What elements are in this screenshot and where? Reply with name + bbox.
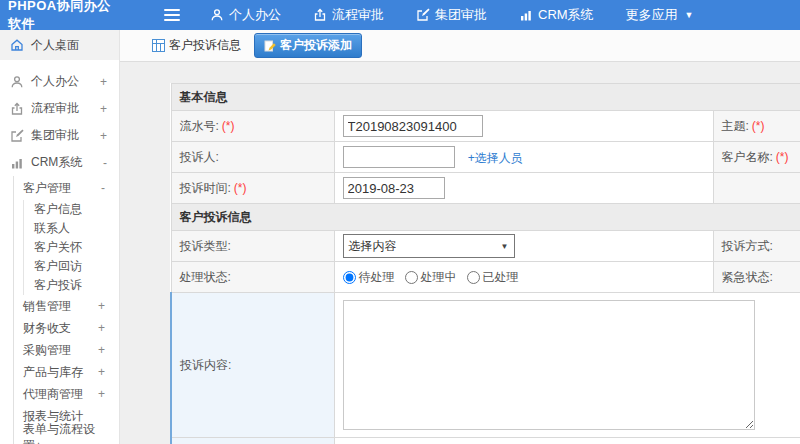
tab-complaint-list[interactable]: 客户投诉信息 xyxy=(152,37,241,54)
complaint-type-label: 投诉类型: xyxy=(171,231,334,262)
edit-page-icon xyxy=(264,40,276,52)
caret-down-icon: ▼ xyxy=(501,242,509,251)
complainant-label: 投诉人: xyxy=(171,142,334,173)
sidebar-item-customer-mgmt[interactable]: 客户管理 - xyxy=(14,176,119,200)
customer-name-label: 客户名称:(*) xyxy=(713,142,800,173)
complaint-time-input[interactable] xyxy=(343,177,445,199)
nav-crm-system[interactable]: CRM系统 xyxy=(519,6,594,24)
serial-input[interactable] xyxy=(343,115,483,137)
radio-processing-input[interactable] xyxy=(405,271,418,284)
complaint-time-label: 投诉时间:(*) xyxy=(171,173,334,204)
required-mark: (*) xyxy=(752,119,765,133)
workflow-icon xyxy=(313,8,327,22)
sidebar-item-group-approval[interactable]: 集团审批 + xyxy=(0,122,119,149)
expand-icon[interactable]: + xyxy=(98,321,105,335)
handle-status-radios: 待处理 处理中 已处理 xyxy=(343,269,705,286)
required-mark: (*) xyxy=(776,150,789,164)
radio-processed-input[interactable] xyxy=(467,271,480,284)
sidebar-item-personal-office[interactable]: 个人办公 + xyxy=(0,68,119,95)
form-content: 基本信息 流水号:(*) 主题:(*) 投诉人: xyxy=(120,62,800,444)
sidebar-item-form-flow-settings[interactable]: 表单与流程设置+ xyxy=(14,427,119,444)
sidebar-item-crm-system[interactable]: CRM系统 - xyxy=(0,149,119,176)
tab-complaint-add[interactable]: 客户投诉添加 xyxy=(254,33,362,58)
expand-icon[interactable]: + xyxy=(100,102,107,116)
next-row-label xyxy=(171,438,334,444)
section-header-complaint: 客户投诉信息 xyxy=(171,204,800,231)
sidebar: 个人桌面 个人办公 + 流程审批 + xyxy=(0,30,120,444)
required-mark: (*) xyxy=(234,181,247,195)
caret-down-icon: ▼ xyxy=(685,10,694,20)
expand-icon[interactable]: + xyxy=(100,75,107,89)
sidebar-item-workflow-approval[interactable]: 流程审批 + xyxy=(0,95,119,122)
required-mark: (*) xyxy=(222,119,235,133)
complaint-type-select[interactable]: 选择内容 ▼ xyxy=(343,234,515,258)
expand-icon[interactable]: + xyxy=(98,387,105,401)
complaint-content-textarea[interactable] xyxy=(343,300,755,430)
subject-label: 主题:(*) xyxy=(713,111,800,142)
crm-submenu: 客户管理 - 客户信息 联系人 客户关怀 客户回访 客户投诉 销售管理 + 财务… xyxy=(13,176,119,444)
edit-icon xyxy=(416,8,430,22)
complaint-form-table: 基本信息 流水号:(*) 主题:(*) 投诉人: xyxy=(170,83,800,444)
tab-bar: 客户投诉信息 客户投诉添加 xyxy=(120,30,800,62)
sidebar-item-contacts[interactable]: 联系人 xyxy=(24,219,119,238)
radio-pending[interactable]: 待处理 xyxy=(343,269,395,286)
expand-icon[interactable]: + xyxy=(100,129,107,143)
chart-icon xyxy=(519,8,533,22)
app-logo: PHPOA协同办公软件 xyxy=(0,0,120,33)
top-nav: 个人办公 流程审批 集团审批 CRM系统 xyxy=(210,6,694,24)
sidebar-item-customer-info[interactable]: 客户信息 xyxy=(24,200,119,219)
top-bar: PHPOA协同办公软件 个人办公 流程审批 集团审批 xyxy=(0,0,800,30)
sidebar-item-customer-complaint[interactable]: 客户投诉 xyxy=(24,276,119,295)
expand-icon[interactable]: + xyxy=(98,299,105,313)
workflow-icon xyxy=(10,102,24,116)
sidebar-item-products-inventory[interactable]: 产品与库存 + xyxy=(14,361,119,383)
nav-group-approval[interactable]: 集团审批 xyxy=(416,6,487,24)
sidebar-item-customer-visit[interactable]: 客户回访 xyxy=(24,257,119,276)
handle-status-label: 处理状态: xyxy=(171,262,334,293)
urgent-status-label: 紧急状态: xyxy=(713,262,800,293)
sidebar-item-purchase-mgmt[interactable]: 采购管理 + xyxy=(14,339,119,361)
sidebar-item-desktop[interactable]: 个人桌面 xyxy=(0,30,119,60)
section-header-basic: 基本信息 xyxy=(171,84,800,111)
serial-label: 流水号:(*) xyxy=(171,111,334,142)
sidebar-item-customer-care[interactable]: 客户关怀 xyxy=(24,238,119,257)
edit-icon xyxy=(10,129,24,143)
collapse-icon[interactable]: - xyxy=(101,181,105,195)
collapse-icon[interactable]: - xyxy=(103,156,107,170)
main-area: 客户投诉信息 客户投诉添加 基本信息 流水号:(* xyxy=(120,30,800,444)
sidebar-item-agent-mgmt[interactable]: 代理商管理 + xyxy=(14,383,119,405)
home-icon xyxy=(10,38,24,52)
complainant-input xyxy=(343,146,455,168)
sidebar-item-finance[interactable]: 财务收支 + xyxy=(14,317,119,339)
expand-icon[interactable]: + xyxy=(98,343,105,357)
nav-workflow-approval[interactable]: 流程审批 xyxy=(313,6,384,24)
user-icon xyxy=(210,8,224,22)
complaint-content-label: 投诉内容: xyxy=(171,293,334,438)
radio-processed[interactable]: 已处理 xyxy=(467,269,519,286)
table-icon xyxy=(152,39,165,52)
customer-submenu: 客户信息 联系人 客户关怀 客户回访 客户投诉 xyxy=(23,200,119,295)
expand-icon[interactable]: + xyxy=(98,365,105,379)
radio-pending-input[interactable] xyxy=(343,271,356,284)
choose-person-link[interactable]: +选择人员 xyxy=(468,151,523,165)
radio-processing[interactable]: 处理中 xyxy=(405,269,457,286)
user-icon xyxy=(10,75,24,89)
nav-personal-office[interactable]: 个人办公 xyxy=(210,6,281,24)
chart-icon xyxy=(10,156,24,170)
sidebar-item-sales-mgmt[interactable]: 销售管理 + xyxy=(14,295,119,317)
menu-icon[interactable] xyxy=(164,6,180,24)
nav-more-apps[interactable]: 更多应用 ▼ xyxy=(626,6,694,24)
complaint-method-label: 投诉方式: xyxy=(713,231,800,262)
